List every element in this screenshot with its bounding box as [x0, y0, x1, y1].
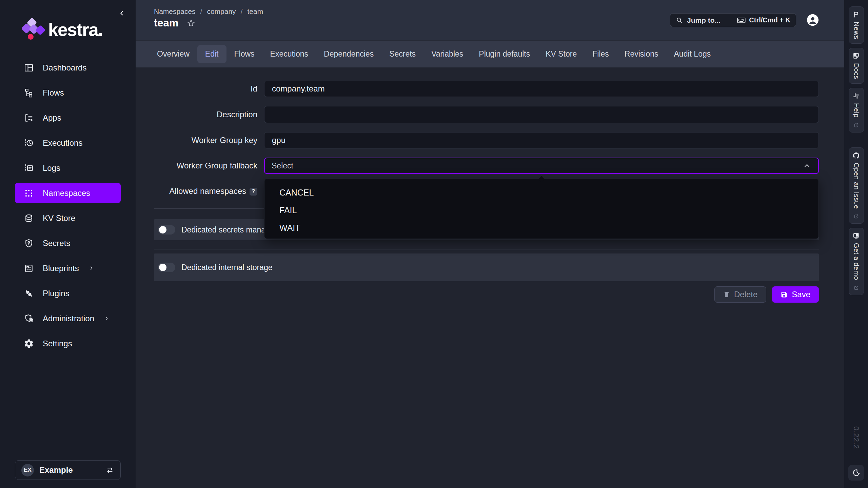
worker-group-fallback-dropdown: CANCEL FAIL WAIT: [264, 179, 819, 239]
switch-tenant-icon: [105, 466, 114, 474]
description-input[interactable]: [264, 106, 819, 123]
breadcrumb-namespaces[interactable]: Namespaces: [154, 7, 196, 16]
user-avatar[interactable]: [807, 14, 818, 26]
help-label: Help: [852, 103, 860, 118]
news-button[interactable]: News: [849, 6, 864, 44]
namespaces-icon: [24, 188, 34, 198]
page-header: Namespaces / company / team team Jump to…: [136, 0, 844, 40]
sidebar-item-flows[interactable]: Flows: [15, 83, 121, 103]
open-an-issue-button[interactable]: Open an Issue: [849, 147, 864, 224]
dedicated-internal-storage-toggle[interactable]: [158, 263, 175, 272]
sidebar-item-blueprints[interactable]: Blueprints: [15, 258, 121, 278]
tab-revisions[interactable]: Revisions: [617, 45, 666, 63]
theme-toggle-button[interactable]: [848, 465, 864, 481]
tab-files[interactable]: Files: [585, 45, 617, 63]
logs-icon: [24, 163, 34, 173]
help-button[interactable]: Help: [849, 88, 864, 133]
dropdown-option-cancel[interactable]: CANCEL: [264, 184, 818, 201]
kestra-logo[interactable]: kestra.: [21, 18, 102, 41]
tab-secrets[interactable]: Secrets: [381, 45, 423, 63]
breadcrumb-team[interactable]: team: [247, 7, 263, 16]
tab-audit-logs[interactable]: Audit Logs: [666, 45, 719, 63]
worker-group-fallback-label: Worker Group fallback: [154, 161, 257, 170]
external-link-icon: [853, 122, 859, 128]
executions-icon: [24, 138, 34, 148]
help-icon[interactable]: ?: [250, 188, 257, 196]
page-title: team: [154, 17, 178, 29]
description-label: Description: [154, 110, 257, 119]
sidebar-item-label: KV Store: [43, 214, 75, 223]
version-label: 0.22.2: [852, 426, 861, 449]
global-search[interactable]: Jump to... Ctrl/Cmd + K: [670, 13, 796, 27]
news-label: News: [852, 22, 860, 39]
worker-group-fallback-select[interactable]: Select: [264, 158, 819, 174]
sidebar-item-plugins[interactable]: Plugins: [15, 283, 121, 303]
save-button[interactable]: Save: [772, 286, 819, 303]
sidebar-item-settings[interactable]: Settings: [15, 333, 121, 353]
sidebar-item-secrets[interactable]: Secrets: [15, 233, 121, 253]
worker-group-key-label: Worker Group key: [154, 136, 257, 145]
sidebar-collapse-button[interactable]: [117, 8, 127, 18]
sidebar-item-label: Administration: [43, 314, 94, 323]
sidebar-item-logs[interactable]: Logs: [15, 158, 121, 178]
tab-executions[interactable]: Executions: [262, 45, 316, 63]
get-a-demo-button[interactable]: Get a demo: [849, 228, 864, 295]
flag-icon: [852, 11, 860, 18]
allowed-namespaces-label: Allowed namespaces?: [154, 186, 257, 196]
chevron-left-icon: [118, 9, 125, 17]
dashboards-icon: [24, 63, 34, 73]
tab-overview[interactable]: Overview: [149, 45, 197, 63]
docs-icon: [852, 52, 860, 60]
tenant-selector[interactable]: EX Example: [15, 460, 121, 480]
flows-icon: [24, 88, 34, 98]
dropdown-option-fail[interactable]: FAIL: [264, 201, 818, 219]
trash-icon: [723, 291, 730, 298]
tab-edit[interactable]: Edit: [197, 45, 226, 63]
section-divider: [154, 249, 819, 249]
main-area: Namespaces / company / team team Jump to…: [136, 0, 844, 488]
tab-plugin-defaults[interactable]: Plugin defaults: [471, 45, 538, 63]
moon-icon: [852, 468, 861, 477]
id-label: Id: [154, 84, 257, 94]
chevron-right-icon: [88, 265, 94, 271]
sidebar-item-label: Dashboards: [43, 63, 86, 73]
tab-kv-store[interactable]: KV Store: [538, 45, 585, 63]
favorite-star-icon[interactable]: [186, 19, 196, 28]
open-an-issue-label: Open an Issue: [852, 163, 860, 209]
toggle-label: Dedicated internal storage: [181, 263, 273, 272]
sidebar: kestra. Dashboards Flows Apps Executions: [0, 0, 136, 488]
dedicated-internal-storage-row: Dedicated internal storage: [154, 253, 819, 281]
kestra-app: kestra. Dashboards Flows Apps Executions: [0, 0, 868, 488]
sidebar-item-apps[interactable]: Apps: [15, 108, 121, 128]
sidebar-item-executions[interactable]: Executions: [15, 133, 121, 153]
id-input[interactable]: [264, 81, 819, 97]
breadcrumb-company[interactable]: company: [207, 7, 236, 16]
dedicated-secrets-manager-toggle[interactable]: [158, 225, 175, 235]
external-link-icon: [853, 285, 859, 291]
sidebar-item-namespaces[interactable]: Namespaces: [15, 183, 121, 203]
sidebar-item-label: Blueprints: [43, 264, 79, 273]
search-icon: [676, 17, 683, 24]
sidebar-item-label: Plugins: [43, 289, 70, 298]
tab-variables[interactable]: Variables: [423, 45, 471, 63]
apps-icon: [24, 113, 34, 123]
delete-button[interactable]: Delete: [714, 286, 766, 303]
save-icon: [781, 291, 788, 298]
worker-group-key-input[interactable]: [264, 132, 819, 148]
sidebar-item-administration[interactable]: Administration: [15, 308, 121, 328]
tab-dependencies[interactable]: Dependencies: [316, 45, 381, 63]
sidebar-item-label: Namespaces: [43, 188, 90, 198]
tab-flows[interactable]: Flows: [226, 45, 262, 63]
kestra-wordmark: kestra.: [48, 19, 102, 40]
sidebar-item-label: Secrets: [43, 239, 70, 248]
shield-key-icon: [24, 238, 34, 248]
gear-icon: [24, 339, 34, 349]
kestra-logo-mark-icon: [21, 18, 43, 41]
sidebar-item-kv-store[interactable]: KV Store: [15, 208, 121, 228]
dropdown-option-wait[interactable]: WAIT: [264, 219, 818, 237]
github-icon: [852, 152, 860, 159]
sidebar-item-dashboards[interactable]: Dashboards: [15, 58, 121, 78]
docs-button[interactable]: Docs: [849, 48, 864, 84]
database-icon: [24, 213, 34, 223]
sidebar-item-label: Settings: [43, 339, 72, 348]
